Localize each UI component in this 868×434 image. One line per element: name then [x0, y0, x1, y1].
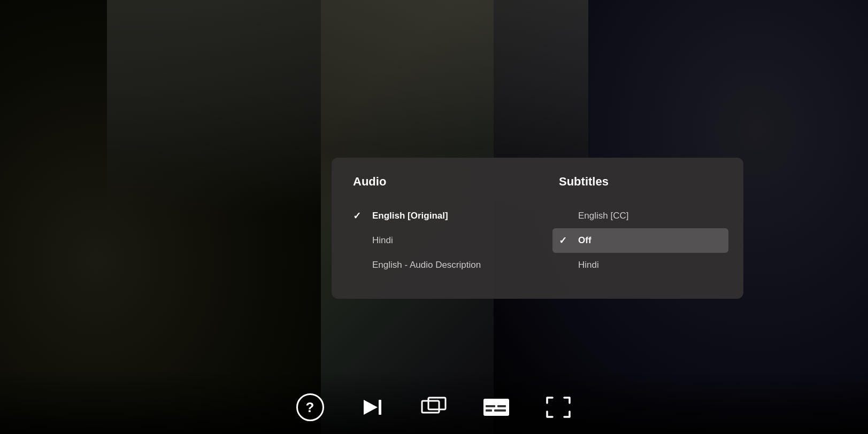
controls-bar: ? — [0, 386, 868, 434]
audio-option-label: English - Audio Description — [372, 260, 481, 270]
fullscreen-icon — [546, 396, 571, 419]
subtitle-option-off[interactable]: ✓ Off — [552, 228, 728, 253]
audio-option-hindi[interactable]: Hindi — [353, 228, 516, 253]
help-button[interactable]: ? — [295, 392, 325, 422]
subtitle-option-hindi[interactable]: Hindi — [559, 253, 722, 277]
subtitle-option-label: Off — [578, 235, 592, 246]
svg-rect-6 — [497, 405, 506, 407]
check-icon: ✓ — [559, 235, 570, 246]
episodes-icon — [421, 396, 448, 419]
check-icon: ✓ — [353, 210, 364, 222]
subtitles-icon — [482, 396, 510, 419]
subtitles-section: Subtitles English [CC] ✓ Off Hindi — [537, 175, 722, 277]
audio-option-label: Hindi — [372, 235, 393, 246]
skip-next-icon — [360, 396, 384, 419]
fullscreen-button[interactable] — [543, 392, 573, 422]
episodes-button[interactable] — [419, 392, 449, 422]
subtitles-button[interactable] — [481, 392, 511, 422]
subtitle-option-label: English [CC] — [578, 211, 628, 221]
subtitles-heading: Subtitles — [559, 175, 722, 189]
svg-rect-8 — [494, 409, 506, 412]
audio-heading: Audio — [353, 175, 516, 189]
svg-rect-2 — [422, 401, 439, 413]
svg-rect-7 — [486, 409, 492, 412]
subtitle-option-english-cc[interactable]: English [CC] — [559, 204, 722, 228]
audio-option-english-original[interactable]: ✓ English [Original] — [353, 204, 516, 228]
audio-subtitles-dialog: Audio ✓ English [Original] Hindi English… — [332, 158, 743, 299]
audio-section: Audio ✓ English [Original] Hindi English… — [353, 175, 537, 277]
svg-rect-1 — [379, 400, 381, 415]
help-icon: ? — [296, 393, 324, 421]
svg-marker-0 — [364, 400, 378, 415]
subtitle-option-label: Hindi — [578, 260, 599, 270]
skip-next-button[interactable] — [357, 392, 387, 422]
svg-rect-5 — [486, 405, 495, 407]
svg-rect-3 — [428, 398, 445, 409]
audio-option-label: English [Original] — [372, 211, 448, 221]
audio-option-english-ad[interactable]: English - Audio Description — [353, 253, 516, 277]
